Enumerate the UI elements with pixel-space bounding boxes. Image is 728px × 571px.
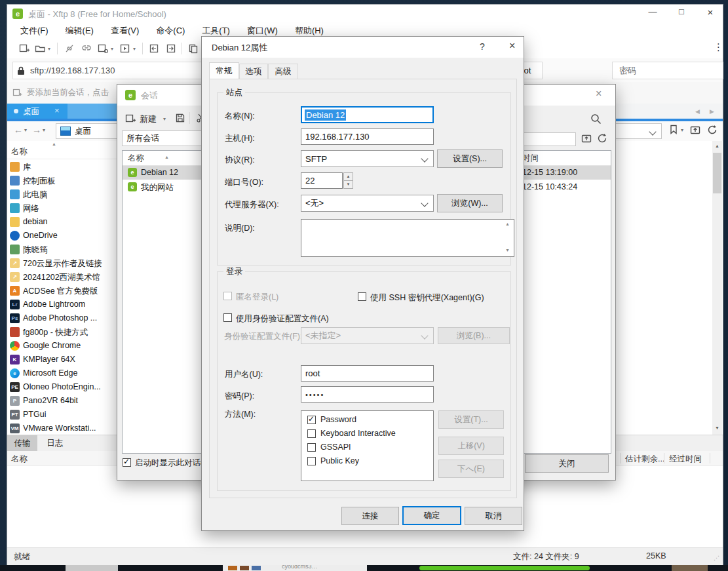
add-session-icon[interactable] — [12, 88, 22, 98]
tab-close-icon[interactable]: × — [54, 106, 60, 115]
bookmark-dropdown[interactable]: ▾ — [681, 127, 683, 133]
tree-item[interactable]: ACDSee 官方免费版 — [23, 286, 98, 297]
port-spin-down[interactable]: ▼ — [343, 180, 353, 189]
tab-scroll-next-icon[interactable]: ▶ — [710, 108, 714, 115]
session-path-box[interactable] — [518, 132, 576, 146]
method-checkbox-password[interactable] — [307, 416, 316, 424]
menu-edit[interactable]: 编辑(E) — [66, 23, 94, 39]
method-listbox[interactable]: Password Keyboard Interactive GSSAPI Pub… — [301, 410, 434, 481]
tree-item[interactable]: 陈晓筠 — [23, 245, 48, 256]
forward-icon[interactable]: → — [32, 125, 41, 135]
tab-desktop[interactable]: 桌面 × — [7, 104, 67, 119]
show-on-startup-checkbox[interactable] — [123, 458, 131, 467]
ok-button[interactable]: 确定 — [402, 506, 461, 525]
save-icon[interactable] — [175, 113, 185, 123]
tree-item[interactable]: OneDrive — [23, 231, 58, 240]
transfer-col-elapsed[interactable]: 经过时间 — [669, 454, 702, 465]
bookmark-icon[interactable] — [669, 125, 678, 135]
forward-dropdown[interactable]: ▾ — [43, 127, 45, 133]
run-dropdown[interactable]: ▾ — [133, 46, 136, 52]
tree-item[interactable]: 20241202西湖美术馆 — [23, 272, 100, 283]
tree-item[interactable]: 720云显示作者及链接 — [23, 258, 102, 269]
menu-view[interactable]: 查看(V) — [111, 23, 139, 39]
tree-item[interactable]: Google Chrome — [23, 341, 81, 350]
method-checkbox-keyboard[interactable] — [307, 429, 316, 438]
left-path-box[interactable]: 桌面 — [56, 123, 120, 139]
folder-up-icon[interactable] — [690, 125, 701, 135]
run-icon[interactable] — [120, 43, 130, 54]
ssh-agent-checkbox[interactable] — [358, 292, 366, 301]
scrollbar-thumb[interactable] — [713, 153, 721, 193]
tree-item[interactable]: 此电脑 — [23, 189, 48, 201]
method-item[interactable]: Password — [320, 415, 356, 424]
disconnect-icon[interactable] — [64, 43, 75, 54]
transfer-col-name[interactable]: 名称 — [11, 454, 28, 465]
refresh-icon[interactable] — [597, 133, 608, 144]
help-icon[interactable]: ? — [480, 41, 485, 52]
menu-command[interactable]: 命令(C) — [156, 23, 185, 39]
new-session-label[interactable]: 新建 — [140, 113, 157, 125]
title-bar[interactable]: e 桌面 - Xftp 8 (Free for Home/School) — □… — [7, 5, 723, 23]
export-icon[interactable] — [166, 43, 176, 54]
cancel-button[interactable]: 取消 — [465, 507, 522, 525]
transfer-col-remaining[interactable]: 估计剩余... — [625, 454, 664, 465]
connect-button[interactable]: 连接 — [341, 507, 399, 525]
tree-item[interactable]: 控制面板 — [23, 176, 56, 187]
proxy-combo[interactable]: <无> — [301, 195, 434, 212]
scroll-down-icon[interactable]: ▼ — [715, 425, 719, 430]
refresh-icon[interactable] — [707, 125, 718, 135]
resize-grip[interactable]: ⋰ — [714, 555, 720, 561]
sessions-close-button[interactable]: 关闭 — [525, 454, 609, 473]
password-input[interactable] — [613, 62, 723, 79]
new-session-dropdown[interactable]: ▾ — [163, 116, 166, 122]
back-icon[interactable]: ← — [14, 125, 23, 135]
method-checkbox-gssapi[interactable] — [307, 443, 316, 452]
tree-item[interactable]: Oloneo PhotoEngin... — [23, 382, 101, 391]
tree-item[interactable]: Adobe Lightroom — [23, 300, 85, 309]
textarea-scroll-down-icon[interactable]: ▼ — [505, 248, 510, 252]
menu-file[interactable]: 文件(F) — [20, 23, 48, 39]
maximize-button[interactable]: □ — [670, 7, 693, 21]
proxy-browse-button[interactable]: 浏览(W)... — [437, 194, 503, 212]
toolbar-overflow-icon[interactable]: ⋮ — [714, 41, 723, 53]
host-input[interactable]: 192.168.177.130 — [301, 128, 434, 145]
search-icon[interactable] — [590, 113, 602, 125]
username-input[interactable]: root — [301, 365, 434, 382]
tree-item[interactable]: Adobe Photoshop ... — [23, 313, 97, 323]
back-dropdown[interactable]: ▾ — [24, 127, 27, 133]
tab-advanced[interactable]: 高级 — [268, 64, 298, 79]
properties-dialog-titlebar[interactable]: Debian 12属性 ? × — [202, 37, 524, 58]
password-dialog-input[interactable]: ••••• — [301, 386, 434, 403]
tree-item[interactable]: Microsoft Edge — [23, 368, 77, 378]
session-col-name[interactable]: 名称 — [128, 153, 144, 164]
tree-item[interactable]: debian — [23, 217, 48, 226]
copy-icon[interactable] — [188, 43, 199, 54]
method-item[interactable]: GSSAPI — [320, 443, 351, 452]
port-input[interactable]: 22 — [301, 172, 343, 189]
import-icon[interactable] — [149, 43, 159, 54]
right-scrollbar[interactable]: ▲ ▼ — [712, 141, 722, 435]
textarea-scroll-up-icon[interactable]: ▲ — [505, 222, 510, 226]
description-textarea[interactable] — [301, 219, 514, 257]
new-window-dropdown[interactable]: ▾ — [111, 46, 113, 52]
tree-item[interactable]: KMPlayer 64X — [23, 355, 75, 364]
tree-item[interactable]: 库 — [23, 162, 31, 173]
new-session-icon[interactable] — [125, 113, 136, 124]
method-item[interactable]: Public Key — [320, 456, 359, 465]
protocol-combo[interactable]: SFTP — [301, 150, 434, 167]
minimize-button[interactable]: — — [642, 7, 664, 21]
tab-transfer[interactable]: 传输 — [7, 435, 37, 451]
left-column-header[interactable]: 名称 — [11, 146, 28, 157]
scroll-up-icon[interactable]: ▲ — [715, 144, 719, 148]
session-filter-combo[interactable]: 所有会话 — [122, 130, 203, 146]
properties-close-icon[interactable]: × — [509, 40, 515, 52]
session-col-time[interactable]: 时间 — [522, 153, 539, 164]
protocol-settings-button[interactable]: 设置(S)... — [437, 149, 503, 168]
open-folder-icon[interactable] — [35, 43, 46, 54]
method-item[interactable]: Keyboard Interactive — [320, 429, 396, 438]
new-session-icon[interactable] — [19, 43, 29, 54]
auth-profile-checkbox[interactable] — [223, 313, 232, 322]
tree-item[interactable]: Pano2VR 64bit — [23, 396, 78, 405]
method-checkbox-publickey[interactable] — [307, 457, 316, 465]
close-button[interactable]: × — [699, 7, 721, 21]
